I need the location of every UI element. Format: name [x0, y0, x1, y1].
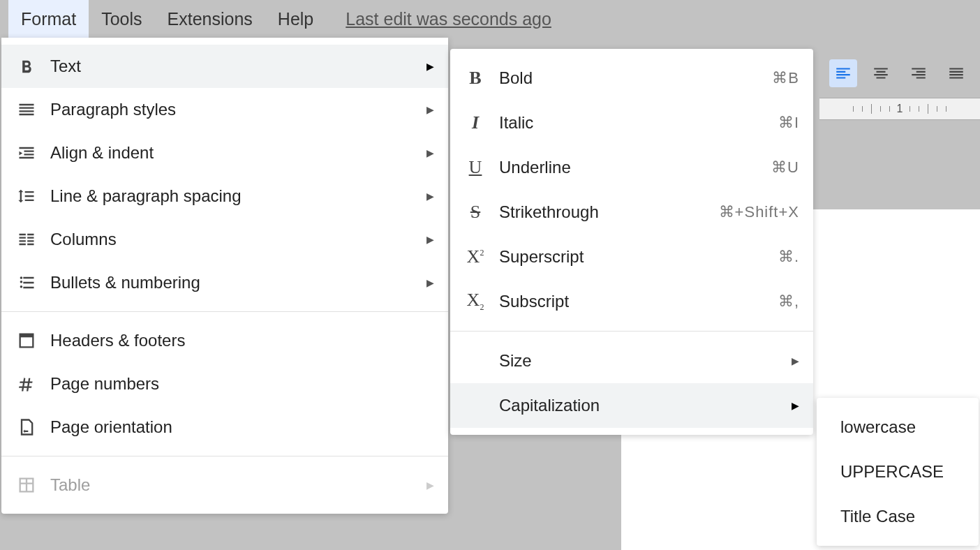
- menu-item-headers-footers[interactable]: Headers & footers: [1, 319, 448, 362]
- subscript-icon: X2: [464, 290, 487, 313]
- format-dropdown: Text ▶ Paragraph styles ▶ Align & indent…: [1, 38, 448, 514]
- shortcut: ⌘,: [778, 292, 799, 311]
- menu-item-table[interactable]: Table ▶: [1, 463, 448, 507]
- table-icon: [15, 474, 38, 496]
- strikethrough-icon: S: [464, 201, 487, 223]
- menu-label: Strikethrough: [499, 202, 719, 222]
- ruler: 1: [819, 98, 980, 120]
- chevron-right-icon: ▶: [792, 400, 799, 411]
- columns-icon: [15, 228, 38, 251]
- bold-icon: B: [464, 67, 487, 89]
- menu-label: Text: [50, 57, 426, 76]
- italic-icon: I: [464, 112, 487, 134]
- menu-label: Align & indent: [50, 143, 426, 163]
- menu-label: Table: [50, 475, 426, 495]
- menu-item-strikethrough[interactable]: S Strikethrough ⌘+Shift+X: [450, 190, 813, 235]
- menu-item-underline[interactable]: U Underline ⌘U: [450, 145, 813, 190]
- menu-label: Columns: [50, 230, 426, 249]
- text-dropdown: B Bold ⌘B I Italic ⌘I U Underline ⌘U S S…: [450, 49, 813, 435]
- menu-label: Underline: [499, 158, 771, 177]
- menu-item-uppercase[interactable]: UPPERCASE: [817, 449, 979, 494]
- menu-label: Headers & footers: [50, 331, 434, 350]
- ruler-mark: 1: [897, 103, 903, 115]
- menu-label: Bold: [499, 68, 772, 88]
- align-left-button[interactable]: [829, 59, 857, 87]
- align-justify-icon: [947, 64, 965, 82]
- chevron-right-icon: ▶: [426, 147, 434, 158]
- menu-label: Bullets & numbering: [50, 273, 426, 292]
- menu-tools[interactable]: Tools: [89, 0, 154, 38]
- menu-label: UPPERCASE: [840, 462, 955, 482]
- superscript-icon: X2: [464, 246, 487, 268]
- align-right-button[interactable]: [905, 59, 933, 87]
- bold-icon: [15, 55, 38, 77]
- menu-label: lowercase: [840, 417, 955, 437]
- align-justify-button[interactable]: [942, 59, 970, 87]
- chevron-right-icon: ▶: [426, 480, 434, 491]
- menu-item-lowercase[interactable]: lowercase: [817, 405, 979, 449]
- menu-label: Title Case: [840, 507, 955, 526]
- align-center-icon: [872, 64, 890, 82]
- chevron-right-icon: ▶: [426, 61, 434, 72]
- chevron-right-icon: ▶: [426, 277, 434, 288]
- chevron-right-icon: ▶: [426, 104, 434, 115]
- bullets-icon: [15, 272, 38, 294]
- shortcut: ⌘+Shift+X: [719, 203, 799, 221]
- shortcut: ⌘U: [771, 158, 799, 177]
- menu-separator: [450, 331, 813, 332]
- chevron-right-icon: ▶: [426, 234, 434, 245]
- line-spacing-icon: [15, 185, 38, 207]
- menu-label: Page numbers: [50, 374, 434, 394]
- menu-label: Page orientation: [50, 417, 434, 437]
- edit-status[interactable]: Last edit was seconds ago: [346, 9, 551, 29]
- chevron-right-icon: ▶: [792, 355, 799, 366]
- shortcut: ⌘.: [778, 248, 799, 266]
- headers-footers-icon: [15, 329, 38, 352]
- menu-item-paragraph-styles[interactable]: Paragraph styles ▶: [1, 88, 448, 131]
- menu-label: Subscript: [499, 292, 778, 311]
- menu-item-italic[interactable]: I Italic ⌘I: [450, 101, 813, 145]
- menu-label: Paragraph styles: [50, 100, 426, 119]
- menu-item-size[interactable]: Size ▶: [450, 339, 813, 383]
- menu-item-page-numbers[interactable]: Page numbers: [1, 362, 448, 406]
- shortcut: ⌘B: [772, 69, 799, 87]
- underline-icon: U: [464, 156, 487, 179]
- menu-help[interactable]: Help: [265, 0, 326, 38]
- menu-format[interactable]: Format: [8, 0, 89, 38]
- menu-item-subscript[interactable]: X2 Subscript ⌘,: [450, 279, 813, 324]
- menu-separator: [1, 311, 448, 312]
- menu-item-align-indent[interactable]: Align & indent ▶: [1, 131, 448, 174]
- paragraph-styles-icon: [15, 98, 38, 121]
- menu-label: Superscript: [499, 247, 778, 267]
- menu-item-bullets-numbering[interactable]: Bullets & numbering ▶: [1, 261, 448, 304]
- menu-extensions[interactable]: Extensions: [155, 0, 265, 38]
- menu-item-bold[interactable]: B Bold ⌘B: [450, 56, 813, 101]
- menu-item-titlecase[interactable]: Title Case: [817, 494, 979, 539]
- menu-separator: [1, 456, 448, 456]
- menu-item-page-orientation[interactable]: Page orientation: [1, 406, 448, 449]
- align-center-button[interactable]: [867, 59, 895, 87]
- indent-icon: [15, 142, 38, 164]
- menu-label: Capitalization: [499, 396, 792, 415]
- align-left-icon: [834, 64, 852, 82]
- menu-item-line-spacing[interactable]: Line & paragraph spacing ▶: [1, 174, 448, 218]
- menu-item-columns[interactable]: Columns ▶: [1, 218, 448, 261]
- menu-item-text[interactable]: Text ▶: [1, 45, 448, 88]
- chevron-right-icon: ▶: [426, 191, 434, 202]
- menu-item-capitalization[interactable]: Capitalization ▶: [450, 383, 813, 428]
- align-right-icon: [910, 64, 928, 82]
- menu-item-superscript[interactable]: X2 Superscript ⌘.: [450, 235, 813, 279]
- page-orientation-icon: [15, 416, 38, 438]
- capitalization-dropdown: lowercase UPPERCASE Title Case: [817, 398, 979, 546]
- toolbar: [819, 52, 980, 94]
- shortcut: ⌘I: [778, 114, 799, 132]
- menu-label: Line & paragraph spacing: [50, 186, 426, 206]
- menubar: Format Tools Extensions Help Last edit w…: [0, 0, 980, 38]
- menu-label: Italic: [499, 113, 778, 133]
- menu-label: Size: [499, 351, 792, 371]
- page-numbers-icon: [15, 373, 38, 395]
